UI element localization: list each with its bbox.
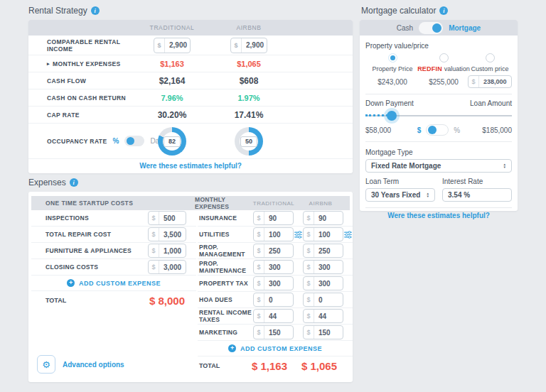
monthly-row-marketing: MARKETING $ $ [198,325,353,341]
loan-term-select[interactable]: 30 Years Fixed ▲ ▼ [365,188,435,202]
info-icon[interactable]: i [91,6,100,15]
property-tax-airbnb-value[interactable] [314,277,343,290]
occupancy-unit-toggle[interactable] [124,136,144,146]
property-tax-traditional-value[interactable] [264,277,293,290]
rental-income-taxes-traditional-input[interactable]: $ [253,309,294,323]
total-repair-cost-input[interactable]: $ [148,227,186,241]
custom-price-input[interactable]: $ [468,75,512,88]
mortgage-body: Property value/price Property Price $243… [360,42,518,222]
row-label: CASH ON CASH RETURN [28,94,134,102]
hoa-dues-traditional-value[interactable] [264,293,293,306]
interest-rate-value: 3.54 % [448,191,470,199]
insurance-airbnb-value[interactable] [314,212,343,224]
estimates-helpful-link[interactable]: Were these estimates helpful? [387,212,490,219]
occupancy-unit-percent[interactable]: % [112,137,119,145]
dollar-percent-toggle[interactable] [426,124,449,136]
divider [365,141,512,142]
currency-prefix: $ [254,228,264,241]
closing-costs-input[interactable]: $ [148,260,186,274]
dollar-unit[interactable]: $ [417,126,422,134]
custom-price-wrap: $ [468,75,512,88]
marketing-airbnb-input[interactable]: $ [303,325,343,339]
insurance-traditional-input[interactable]: $ [253,211,294,225]
coc-return-airbnb: 1.97% [210,94,287,102]
startup-total-row: TOTAL $ 8,000 [31,291,196,310]
total-repair-cost-value[interactable] [159,228,186,241]
furniture-appliances-value[interactable] [159,244,186,257]
inspections-value[interactable] [159,212,186,224]
mortgage-type-select[interactable]: Fixed Rate Mortgage ▲ ▼ [365,159,512,173]
plus-icon: + [228,344,236,352]
column-header-airbnb: AIRBNB [296,200,346,207]
custom-price-radio[interactable] [486,53,495,62]
cash-mortgage-toggle[interactable] [419,22,443,34]
column-header-traditional: TRADITIONAL [252,200,296,207]
row-monthly-expenses[interactable]: ▸ MONTHLY EXPENSES $1,163 $1,065 [28,55,353,72]
rental-income-traditional-value[interactable] [165,38,190,53]
occupancy-traditional-input[interactable] [164,136,181,147]
slider-handle[interactable] [387,111,397,121]
insurance-traditional-value[interactable] [264,212,293,224]
currency-prefix: $ [254,212,264,224]
interest-rate-input[interactable]: 3.54 % [442,188,512,202]
custom-price-value[interactable] [479,76,511,87]
hoa-dues-traditional-input[interactable]: $ [253,293,294,307]
toggle-knob [432,23,441,33]
redfin-valuation-radio[interactable] [439,53,449,62]
currency-prefix: $ [304,310,314,322]
marketing-airbnb-value[interactable] [314,326,343,339]
rental-income-traditional-input[interactable]: $ [154,38,191,53]
insurance-airbnb-input[interactable]: $ [303,211,343,225]
info-icon[interactable]: i [439,6,448,15]
currency-prefix: $ [154,38,165,53]
prop-management-traditional-input[interactable]: $ [253,244,294,258]
adjust-sliders-icon[interactable] [294,231,303,239]
percent-unit[interactable]: % [454,126,460,134]
rental-income-airbnb-input[interactable]: $ [230,38,267,53]
prop-maintenance-traditional-value[interactable] [264,261,293,273]
monthly-row-label: PROP. MAINTENANCE [198,260,253,274]
furniture-appliances-input[interactable]: $ [148,244,186,258]
prop-management-airbnb-value[interactable] [314,244,343,257]
utilities-traditional-value[interactable] [264,228,293,241]
adjust-sliders-icon[interactable] [343,231,353,239]
estimates-helpful-link[interactable]: Were these estimates helpful? [139,162,242,170]
marketing-traditional-input[interactable]: $ [253,325,294,339]
utilities-airbnb-input[interactable]: $ [303,227,343,241]
add-custom-monthly-expense-button[interactable]: + ADD CUSTOM EXPENSE [198,341,353,356]
mortgage-option[interactable]: Mortgage [449,24,481,32]
mortgage-title: Mortgage calculator i [361,6,448,16]
rental-income-taxes-traditional-value[interactable] [264,310,293,322]
redfin-valuation-value: $255,000 [429,75,459,88]
property-price-value: $243,000 [378,75,407,88]
add-custom-startup-expense-button[interactable]: + ADD CUSTOM EXPENSE [31,276,196,291]
prop-maintenance-airbnb-input[interactable]: $ [303,260,343,274]
property-tax-traditional-input[interactable]: $ [253,276,294,290]
occupancy-airbnb-input[interactable] [240,136,257,147]
startup-row-furniture-appliances: FURNITURE & APPLIANCES $ [31,243,196,259]
utilities-traditional-input[interactable]: $ [253,227,294,241]
rental-income-airbnb-value[interactable] [242,38,267,53]
gear-icon[interactable]: ⚙ [37,355,55,374]
hoa-dues-airbnb-value[interactable] [314,293,343,306]
rental-income-taxes-airbnb-value[interactable] [314,310,343,322]
prop-management-traditional-value[interactable] [264,244,293,257]
prop-maintenance-traditional-input[interactable]: $ [253,260,294,274]
inspections-input[interactable]: $ [148,211,186,225]
cash-option[interactable]: Cash [397,24,413,32]
hoa-dues-airbnb-input[interactable]: $ [303,293,343,307]
prop-maintenance-airbnb-value[interactable] [314,261,343,273]
utilities-airbnb-value[interactable] [314,228,343,241]
row-cash-flow: CASH FLOW $2,164 $608 [28,72,353,89]
property-tax-airbnb-input[interactable]: $ [303,276,343,290]
info-icon[interactable]: i [70,178,78,187]
option-name: Property Price [372,65,412,72]
advanced-options-link[interactable]: Advanced options [63,361,124,369]
startup-row-label: TOTAL REPAIR COST [46,231,148,238]
unit-toggle-group: $ % [407,124,471,136]
prop-management-airbnb-input[interactable]: $ [303,244,343,258]
closing-costs-value[interactable] [159,261,186,273]
marketing-traditional-value[interactable] [264,326,293,339]
property-price-radio[interactable] [388,53,397,62]
rental-income-taxes-airbnb-input[interactable]: $ [303,309,343,323]
